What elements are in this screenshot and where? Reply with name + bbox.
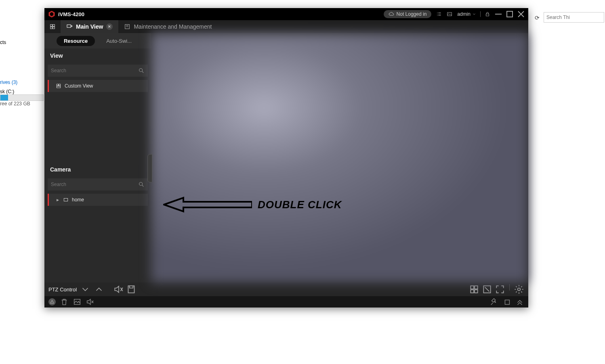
bottombar: PTZ Control — [44, 282, 528, 296]
subtab-autoswitch[interactable]: Auto-Swi... — [99, 36, 139, 46]
app-window: iVMS-4200 Not Logged in admin Main View … — [44, 8, 528, 308]
annotation-text: DOUBLE CLICK — [258, 199, 342, 211]
maximize-button[interactable] — [504, 9, 515, 19]
svg-rect-26 — [505, 300, 509, 304]
bg-disk-usage-bar — [0, 94, 44, 101]
camera-list-spacer — [44, 207, 151, 282]
app-body: Resource Auto-Swi... View Custom View Ca… — [44, 33, 528, 282]
refresh-button[interactable]: ⟳ — [532, 13, 542, 23]
list-icon[interactable] — [434, 9, 444, 19]
camera-item-label: home — [72, 197, 84, 203]
camera-item-home[interactable]: ▸ home — [48, 194, 148, 206]
fullscreen-icon[interactable] — [495, 284, 505, 295]
view-section: View Custom View — [44, 48, 151, 162]
svg-rect-19 — [471, 286, 474, 289]
sidebar-subtabs: Resource Auto-Swi... — [44, 33, 151, 48]
arrow-icon — [163, 195, 252, 215]
svg-rect-9 — [67, 25, 71, 27]
tab-main-view[interactable]: Main View ✕ — [61, 20, 118, 33]
trash-icon[interactable] — [60, 297, 69, 306]
view-custom-view[interactable]: Custom View — [48, 80, 148, 92]
annotation-overlay: DOUBLE CLICK — [163, 195, 342, 215]
tab-close-button[interactable]: ✕ — [106, 23, 113, 30]
login-status-text: Not Logged in — [397, 11, 427, 17]
tool-icon — [124, 23, 130, 30]
expand-up-icon[interactable] — [515, 297, 524, 306]
monitor-icon — [66, 23, 73, 30]
bg-drives-text: rives (3) — [0, 79, 17, 85]
expand-icon[interactable]: ▸ — [56, 197, 60, 203]
pin-icon[interactable] — [489, 297, 498, 306]
settings-icon[interactable] — [514, 284, 524, 295]
search-icon[interactable] — [138, 181, 145, 188]
svg-rect-7 — [50, 27, 53, 29]
svg-rect-4 — [507, 11, 513, 17]
view-custom-view-label: Custom View — [65, 83, 93, 89]
view-icon — [56, 83, 61, 89]
view-search-input[interactable] — [51, 68, 138, 73]
picture-icon[interactable] — [444, 9, 455, 19]
statusbar — [44, 296, 528, 308]
camera-header: Camera — [44, 162, 151, 177]
camera-search-input[interactable] — [51, 182, 138, 187]
search-icon[interactable] — [138, 67, 145, 74]
app-title: iVMS-4200 — [58, 11, 84, 17]
bg-quickaccess-text: cts — [0, 40, 6, 45]
cloud-icon — [389, 11, 394, 17]
save-icon[interactable] — [126, 284, 137, 295]
view-header: View — [44, 48, 151, 63]
home-tab-button[interactable] — [44, 20, 61, 33]
user-name: admin — [457, 11, 471, 17]
bg-disk-free: ree of 223 GB — [0, 101, 30, 107]
close-button[interactable] — [515, 9, 527, 19]
sidebar: Resource Auto-Swi... View Custom View Ca… — [44, 33, 151, 282]
video-feed[interactable] — [151, 33, 528, 282]
svg-rect-15 — [57, 86, 60, 88]
svg-rect-5 — [50, 25, 53, 27]
svg-rect-6 — [53, 25, 55, 27]
ptz-collapse-up-icon[interactable] — [94, 284, 104, 295]
login-status-pill[interactable]: Not Logged in — [384, 10, 432, 18]
svg-point-10 — [71, 25, 72, 27]
lock-icon[interactable] — [482, 9, 493, 19]
sidebar-collapse-handle[interactable] — [147, 154, 152, 182]
svg-rect-20 — [475, 286, 478, 289]
svg-point-12 — [139, 69, 143, 72]
user-menu[interactable]: admin — [455, 11, 479, 17]
titlebar: iVMS-4200 Not Logged in admin — [44, 8, 528, 20]
camera-section: Camera ▸ home — [44, 162, 151, 282]
svg-rect-13 — [57, 84, 58, 86]
mute-icon[interactable] — [113, 284, 124, 295]
subtab-resource[interactable]: Resource — [57, 36, 95, 46]
minimize-button[interactable] — [493, 9, 504, 19]
bg-disk-label: sk (C:) — [0, 89, 14, 94]
device-icon — [63, 197, 69, 203]
svg-rect-22 — [475, 290, 478, 293]
stop-all-icon[interactable] — [482, 284, 492, 295]
view-search — [48, 65, 148, 77]
grid-icon — [49, 23, 56, 30]
tab-main-view-label: Main View — [76, 23, 103, 30]
svg-rect-17 — [64, 199, 67, 201]
main-view-area[interactable]: DOUBLE CLICK — [151, 33, 528, 282]
chevron-down-icon — [472, 12, 476, 16]
tab-maintenance-label: Maintenance and Management — [134, 23, 212, 30]
explorer-search-input[interactable] — [544, 12, 604, 23]
tabbar: Main View ✕ Maintenance and Management — [44, 20, 528, 33]
separator — [509, 284, 510, 291]
app-logo-icon — [48, 10, 56, 18]
ptz-label: PTZ Control — [48, 287, 77, 293]
camera-search — [48, 178, 148, 190]
svg-rect-8 — [53, 27, 55, 29]
layout-grid-icon[interactable] — [469, 284, 479, 295]
restore-icon[interactable] — [502, 297, 511, 306]
sound-off-icon[interactable] — [86, 297, 95, 306]
alert-badge-icon[interactable] — [48, 298, 56, 305]
view-list-spacer — [44, 94, 151, 162]
tab-maintenance[interactable]: Maintenance and Management — [118, 20, 217, 33]
svg-point-24 — [518, 288, 521, 291]
image-icon[interactable] — [73, 297, 82, 306]
svg-rect-14 — [59, 84, 61, 86]
svg-rect-3 — [486, 14, 489, 16]
ptz-collapse-down-icon[interactable] — [80, 284, 90, 295]
